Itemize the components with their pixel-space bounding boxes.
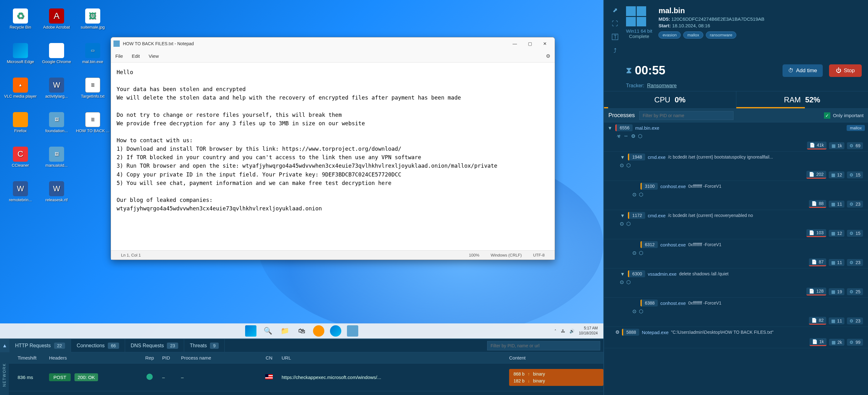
- stat-registry[interactable]: ▦12: [829, 171, 845, 178]
- clock[interactable]: 5:17 AM 10/18/2024: [579, 326, 598, 336]
- firefox-icon[interactable]: [313, 325, 324, 337]
- expander-icon[interactable]: ▼: [620, 155, 625, 160]
- desktop-icon[interactable]: Wremotebrin...: [3, 176, 38, 207]
- expander-icon[interactable]: ▼: [620, 271, 625, 276]
- network-filter-input[interactable]: [487, 341, 600, 351]
- collapse-icon[interactable]: ▲: [0, 339, 9, 352]
- notepad-taskbar-icon[interactable]: [347, 325, 358, 337]
- desktop-icon[interactable]: Microsoft Edge: [3, 38, 38, 69]
- stat-files[interactable]: 📄82: [809, 317, 826, 325]
- menu-file[interactable]: File: [115, 54, 123, 59]
- stat-registry[interactable]: ▦11: [829, 259, 845, 266]
- col-headers[interactable]: Headers: [49, 355, 137, 360]
- process-row[interactable]: ⚙ 5888 Notepad.exe "C:\Users\admin\Deskt…: [604, 327, 868, 348]
- col-content[interactable]: Content: [509, 355, 603, 360]
- only-important-checkbox[interactable]: ✓ Only important: [824, 112, 864, 119]
- tab-threats[interactable]: Threats 9: [184, 339, 225, 352]
- desktop-icon[interactable]: Firefox: [3, 107, 38, 138]
- desktop[interactable]: ♻Recycle BinAAdobe Acrobat🖼suitemale.jpg…: [0, 0, 603, 338]
- stat-files[interactable]: 📄1k: [810, 338, 827, 346]
- process-row[interactable]: ▼ 1172 cmd.exe /c bcdedit /set {current}…: [604, 210, 868, 239]
- stat-modules[interactable]: ⚙99: [847, 339, 863, 346]
- add-time-button[interactable]: ⏱Add time: [782, 64, 823, 77]
- process-row[interactable]: ▼ 6556 mal.bin.exe mallox ☣↔⚙⬡ 📄41k ▦1k …: [604, 123, 868, 152]
- stat-modules[interactable]: ⚙23: [847, 318, 863, 324]
- stat-modules[interactable]: ⚙23: [847, 201, 863, 207]
- stat-files[interactable]: 📄128: [806, 288, 826, 295]
- stat-registry[interactable]: ▦11: [829, 318, 845, 324]
- desktop-icon[interactable]: ☰TargetInfo.txt: [75, 72, 110, 104]
- maximize-button[interactable]: ▢: [523, 39, 537, 49]
- chevron-up-icon[interactable]: ˄: [554, 329, 557, 333]
- tab-connections[interactable]: Connections 66: [71, 339, 125, 352]
- desktop-icon[interactable]: Google Chrome: [39, 38, 74, 69]
- stat-files[interactable]: 📄41k: [807, 142, 827, 150]
- desktop-icon[interactable]: ▲VLC media player: [3, 72, 38, 104]
- desktop-icon[interactable]: AAdobe Acrobat: [39, 3, 74, 35]
- desktop-icon[interactable]: ☰HOW TO BACK ...: [75, 107, 110, 138]
- tracker-link[interactable]: Ransomware: [647, 83, 677, 88]
- editor-body[interactable]: Hello Your data has been stolen and encr…: [111, 63, 555, 250]
- desktop-icon[interactable]: 🖼manualold...: [39, 141, 74, 173]
- col-process-name[interactable]: Process name: [181, 355, 256, 360]
- menu-edit[interactable]: Edit: [132, 54, 140, 59]
- desktop-icon[interactable]: 🖼suitemale.jpg: [75, 3, 110, 35]
- col-timeshift[interactable]: Timeshift: [18, 355, 49, 360]
- close-button[interactable]: ✕: [538, 39, 552, 49]
- store-icon[interactable]: 🛍: [296, 325, 307, 337]
- process-row[interactable]: 6312 conhost.exe 0xffffffff -ForceV1 ⊙⬡ …: [604, 239, 868, 268]
- http-request-row[interactable]: 836 ms POST 200: OK – – https://checkapp…: [0, 364, 603, 391]
- process-row[interactable]: ▼ 6300 vssadmin.exe delete shadows /all …: [604, 268, 868, 298]
- tab-http-requests[interactable]: HTTP Requests 22: [9, 339, 71, 352]
- text-report-icon[interactable]: 🅃: [612, 34, 618, 41]
- process-row[interactable]: 6388 conhost.exe 0xffffffff -ForceV1 ⊙⬡ …: [604, 298, 868, 327]
- stat-files[interactable]: 📄103: [806, 229, 826, 237]
- tab-dns-requests[interactable]: DNS Requests 23: [125, 339, 184, 352]
- settings-icon[interactable]: ⚙: [546, 53, 550, 59]
- stat-files[interactable]: 📄202: [806, 171, 826, 179]
- process-row[interactable]: 3100 conhost.exe 0xffffffff -ForceV1 ⊙⬡ …: [604, 181, 868, 210]
- edge-icon[interactable]: [330, 325, 341, 337]
- desktop-icon[interactable]: ▭mal.bin.exe: [75, 38, 110, 69]
- desktop-icon[interactable]: 🖼foundation...: [39, 107, 74, 138]
- desktop-icon[interactable]: ♻Recycle Bin: [3, 3, 38, 35]
- threat-tag[interactable]: evasion: [658, 31, 681, 39]
- expander-icon[interactable]: ▼: [620, 213, 625, 218]
- stat-files[interactable]: 📄88: [809, 200, 826, 208]
- col-cn[interactable]: CN: [256, 355, 282, 360]
- desktop-icon[interactable]: Wactivitylarg...: [39, 72, 74, 104]
- stat-modules[interactable]: ⚙15: [847, 171, 863, 178]
- stat-modules[interactable]: ⚙23: [847, 259, 863, 266]
- stat-registry[interactable]: ▦12: [829, 230, 845, 237]
- search-icon[interactable]: 🔍: [262, 325, 273, 337]
- stat-modules[interactable]: ⚙69: [847, 142, 863, 149]
- process-filter-input[interactable]: [639, 111, 734, 120]
- stat-registry[interactable]: ▦1k: [829, 142, 845, 149]
- start-button[interactable]: [245, 325, 256, 337]
- export-icon[interactable]: ⤴: [614, 47, 617, 54]
- col-pid[interactable]: PID: [162, 355, 181, 360]
- stat-registry[interactable]: ▦11: [829, 201, 845, 207]
- fullscreen-icon[interactable]: ⛶: [612, 20, 618, 27]
- desktop-icon[interactable]: Wreleasesk.rtf: [39, 176, 74, 207]
- explorer-icon[interactable]: 📁: [279, 325, 290, 337]
- minimize-button[interactable]: —: [507, 39, 522, 49]
- threat-tag[interactable]: mallox: [683, 31, 703, 39]
- col-rep[interactable]: Rep: [137, 355, 162, 360]
- expander-icon[interactable]: ▼: [607, 125, 613, 131]
- threat-tag[interactable]: ransomware: [706, 31, 737, 39]
- menu-view[interactable]: View: [149, 54, 159, 59]
- process-row[interactable]: ▼ 1948 cmd.exe /c bcdedit /set {current}…: [604, 152, 868, 181]
- desktop-icon[interactable]: CCCleaner: [3, 141, 38, 173]
- network-tray-icon[interactable]: 🖧: [561, 329, 565, 333]
- col-url[interactable]: URL: [282, 355, 509, 360]
- stat-modules[interactable]: ⚙15: [847, 230, 863, 237]
- titlebar[interactable]: HOW TO BACK FILES.txt - Notepad — ▢ ✕: [111, 37, 555, 50]
- stat-registry[interactable]: ▦2k: [829, 339, 845, 346]
- stat-files[interactable]: 📄87: [809, 258, 826, 266]
- stop-button[interactable]: ⏻Stop: [829, 64, 862, 77]
- md5-value[interactable]: 120C6DDFC24274B6E2E3A1BA7DC519AB: [671, 16, 764, 22]
- volume-icon[interactable]: 🔊: [569, 329, 575, 333]
- stat-modules[interactable]: ⚙25: [847, 288, 863, 295]
- open-external-icon[interactable]: ⬈: [613, 6, 618, 14]
